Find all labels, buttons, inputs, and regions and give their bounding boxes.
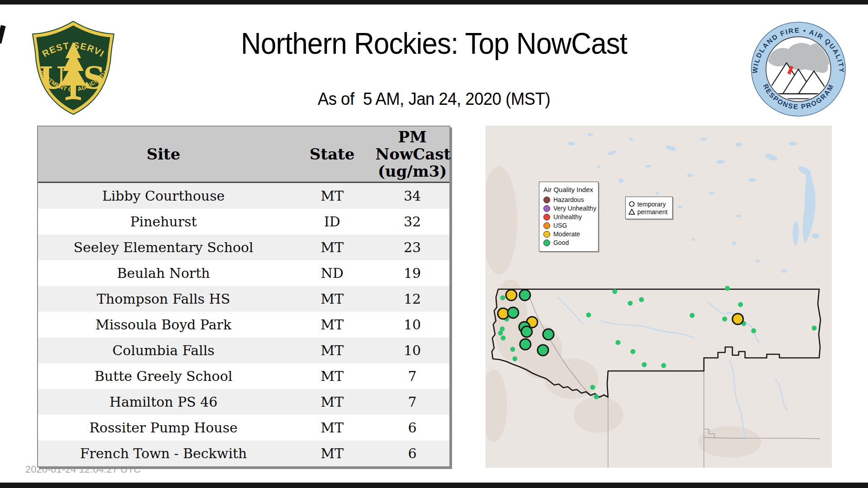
state-cell: MT	[289, 286, 375, 312]
fs-logo-letter-u: U	[40, 60, 66, 96]
pm-value-cell: 10	[375, 312, 449, 338]
site-cell: Beulah North	[38, 260, 289, 286]
pm-header-line2: NowCast	[375, 145, 449, 163]
monitor-dot-small	[639, 297, 644, 302]
pm-value-cell: 32	[375, 209, 449, 235]
top-border-bar	[0, 0, 868, 5]
table-row: French Town - BeckwithMT6	[38, 441, 449, 466]
monitor-dot-small	[642, 362, 646, 367]
site-cell: Hamilton PS 46	[38, 389, 289, 415]
pm-value-cell: 6	[375, 441, 449, 466]
aqi-marker-moderate	[731, 313, 744, 325]
state-cell: MT	[289, 363, 375, 389]
aqi-legend: Air Quality Index HazardousVery Unhealth…	[539, 182, 599, 252]
monitor-dot-small	[631, 349, 636, 354]
column-header-state: State	[289, 127, 375, 183]
aqi-legend-item: Unhealthy	[543, 213, 594, 221]
monitor-dot-small	[738, 302, 743, 307]
aqi-legend-label: Good	[553, 239, 569, 246]
monitor-dot-small	[501, 336, 506, 341]
table-row: Seeley Elementary SchoolMT23	[38, 235, 449, 260]
aqi-color-dot-icon	[543, 222, 550, 229]
page-corner-artifact	[0, 25, 6, 43]
table-row: Thompson Falls HSMT12	[38, 286, 449, 312]
aqi-marker-good	[519, 289, 531, 301]
pm-value-cell: 12	[375, 286, 449, 312]
state-cell: MT	[289, 183, 375, 209]
table-row: Hamilton PS 46MT7	[38, 389, 449, 415]
aqi-legend-item: Very Unhealthy	[543, 205, 594, 212]
symbol-legend-label: permanent	[637, 208, 668, 216]
state-cell: MT	[289, 415, 375, 441]
pm-header-line1: PM	[375, 128, 449, 145]
monitor-dot-small	[722, 316, 727, 321]
pm-header-line3: (ug/m3)	[375, 163, 449, 180]
table-row: Rossiter Pump HouseMT6	[38, 415, 449, 441]
fs-logo-letter-s: S	[83, 60, 105, 96]
monitor-dot-small	[725, 286, 730, 291]
wfaqrp-logo: WILDLAND FIRE • AIR QUALITY RESPONSE PRO…	[750, 21, 847, 117]
aqi-color-dot-icon	[543, 197, 550, 203]
aqi-legend-label: Unhealthy	[553, 213, 582, 221]
pm-value-cell: 7	[375, 363, 449, 389]
nowcast-table: Site State PM NowCast (ug/m3) Libby Cour…	[37, 126, 450, 467]
monitor-dot-small	[811, 326, 816, 331]
aqi-color-dot-icon	[543, 231, 550, 238]
state-cell: ND	[289, 260, 375, 286]
aqi-marker-good	[519, 338, 532, 350]
aqi-marker-good	[537, 344, 549, 357]
state-cell: MT	[289, 312, 375, 338]
site-cell: Pinehurst	[38, 209, 289, 235]
symbol-legend-label: temporary	[637, 201, 666, 208]
pm-value-cell: 6	[375, 415, 449, 441]
state-cell: MT	[289, 235, 375, 260]
site-cell: Thompson Falls HS	[38, 286, 289, 312]
aqi-legend-item: Good	[543, 239, 594, 246]
state-cell: MT	[289, 338, 375, 363]
aqi-legend-label: Hazardous	[553, 196, 584, 203]
state-cell: MT	[289, 389, 375, 415]
aqi-legend-item: USG	[543, 222, 594, 229]
monitor-map: Air Quality Index HazardousVery Unhealth…	[486, 126, 832, 468]
table-row: Missoula Boyd ParkMT10	[38, 312, 449, 338]
temporary-circle-icon	[628, 201, 635, 207]
bottom-border-bar	[0, 483, 868, 488]
aqi-marker-good	[507, 307, 519, 319]
site-cell: Missoula Boyd Park	[38, 312, 289, 338]
state-cell: ID	[289, 209, 375, 235]
pm-value-cell: 34	[375, 183, 449, 209]
table-header-row: Site State PM NowCast (ug/m3)	[38, 127, 449, 183]
aqi-color-dot-icon	[543, 205, 550, 212]
symbol-legend-item: permanent	[628, 208, 670, 216]
monitor-dot-small	[510, 347, 515, 352]
pm-value-cell: 23	[375, 235, 449, 260]
symbol-legend-item: temporary	[628, 200, 670, 208]
site-cell: Butte Greely School	[38, 363, 289, 389]
column-header-pm-nowcast: PM NowCast (ug/m3)	[375, 127, 449, 183]
table-row: Libby CourthouseMT34	[38, 183, 449, 209]
pm-value-cell: 19	[375, 260, 449, 286]
table-row: Beulah NorthND19	[38, 260, 449, 286]
table-row: Butte Greely SchoolMT7	[38, 363, 449, 389]
site-cell: Rossiter Pump House	[38, 415, 289, 441]
monitor-dot-small	[751, 328, 756, 333]
site-cell: Libby Courthouse	[38, 183, 289, 209]
monitor-dot-small	[586, 312, 591, 317]
report-slide: FOREST SERVICE DEPARTMENT OF AGRICULTURE…	[0, 0, 868, 488]
monitor-dot-small	[590, 385, 595, 390]
aqi-legend-label: USG	[553, 222, 567, 229]
aqi-marker-moderate	[505, 289, 517, 301]
monitor-dot-small	[661, 363, 666, 368]
forest-service-logo: FOREST SERVICE DEPARTMENT OF AGRICULTURE…	[30, 19, 117, 116]
state-cell: MT	[289, 441, 375, 466]
site-cell: French Town - Beckwith	[38, 441, 289, 466]
monitor-dot-small	[628, 300, 633, 305]
aqi-legend-label: Moderate	[553, 230, 580, 238]
pm-value-cell: 10	[375, 338, 449, 363]
page-subtitle: As of 5 AM, Jan 24, 2020 (MST)	[318, 89, 550, 109]
monitor-dot-small	[612, 289, 617, 294]
column-header-site: Site	[38, 127, 289, 183]
aqi-legend-title: Air Quality Index	[543, 186, 594, 193]
aqi-legend-item: Moderate	[543, 230, 594, 238]
aqi-color-dot-icon	[543, 214, 550, 221]
